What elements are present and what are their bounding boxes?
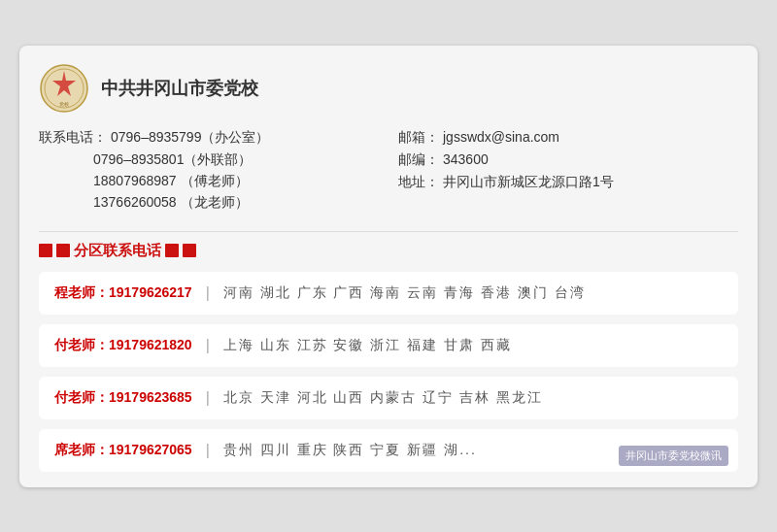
- logo-icon: 党校: [39, 63, 89, 114]
- section-title-text: 分区联系电话: [74, 242, 161, 260]
- address-value: 井冈山市新城区龙源口路1号: [443, 174, 614, 191]
- contact-label: 联系电话：: [39, 129, 107, 147]
- red-block-left2: [56, 244, 70, 257]
- divider-0: |: [206, 284, 210, 302]
- contact-person-2: 付老师：19179623685: [54, 389, 192, 407]
- phone-row-2: 0796–8935801（外联部）: [93, 151, 379, 169]
- info-left: 联系电话： 0796–8935799（办公室） 0796–8935801（外联部…: [39, 129, 379, 216]
- phone-row-1: 联系电话： 0796–8935799（办公室）: [39, 129, 379, 147]
- indented-phones: 0796–8935801（外联部） 18807968987 （傅老师） 1376…: [93, 151, 379, 212]
- divider-2: |: [206, 389, 210, 407]
- red-block-left: [39, 244, 52, 257]
- contact-card-1: 付老师：19179621820 | 上海 山东 江苏 安徽 浙江 福建 甘肃 西…: [39, 324, 738, 367]
- title-decoration-right: [165, 244, 196, 257]
- postcode-row: 邮编： 343600: [398, 151, 738, 169]
- contact-regions-3: 贵州 四川 重庆 陕西 宁夏 新疆 湖...: [223, 442, 477, 459]
- watermark: 井冈山市委党校微讯: [619, 446, 728, 466]
- contact-card-0: 程老师：19179626217 | 河南 湖北 广东 广西 海南 云南 青海 香…: [39, 272, 738, 315]
- divider-3: |: [206, 442, 210, 459]
- address-row: 地址： 井冈山市新城区龙源口路1号: [398, 174, 738, 191]
- phone-row-3: 18807968987 （傅老师）: [93, 173, 379, 190]
- contact-regions-0: 河南 湖北 广东 广西 海南 云南 青海 香港 澳门 台湾: [223, 284, 586, 302]
- red-block-right: [165, 244, 179, 257]
- divider: [39, 231, 738, 232]
- info-section: 联系电话： 0796–8935799（办公室） 0796–8935801（外联部…: [39, 129, 738, 216]
- org-name: 中共井冈山市委党校: [101, 77, 258, 100]
- email-row: 邮箱： jgsswdx@sina.com: [398, 129, 738, 147]
- postcode-value: 343600: [443, 151, 489, 169]
- contact-regions-1: 上海 山东 江苏 安徽 浙江 福建 甘肃 西藏: [223, 337, 512, 354]
- svg-text:党校: 党校: [59, 101, 69, 107]
- divider-1: |: [206, 337, 210, 354]
- contact-person-3: 席老师：19179627065: [54, 442, 192, 459]
- red-block-right2: [183, 244, 196, 257]
- contact-regions-2: 北京 天津 河北 山西 内蒙古 辽宁 吉林 黑龙江: [223, 389, 543, 407]
- contact-phone-0: 19179626217: [109, 284, 192, 300]
- phone-1: 0796–8935799（办公室）: [111, 129, 269, 147]
- contact-person-1: 付老师：19179621820: [54, 337, 192, 354]
- header: 党校 中共井冈山市委党校: [39, 63, 738, 114]
- info-right: 邮箱： jgsswdx@sina.com 邮编： 343600 地址： 井冈山市…: [398, 129, 738, 216]
- email-label: 邮箱：: [398, 129, 439, 147]
- contact-phone-3: 19179627065: [109, 442, 192, 457]
- postcode-label: 邮编：: [398, 151, 439, 169]
- contact-card-3: 席老师：19179627065 | 贵州 四川 重庆 陕西 宁夏 新疆 湖...…: [39, 429, 738, 472]
- phone-row-4: 13766260058 （龙老师）: [93, 194, 379, 212]
- section-title-row: 分区联系电话: [39, 242, 738, 260]
- email-value: jgsswdx@sina.com: [443, 129, 559, 147]
- contact-cards: 程老师：19179626217 | 河南 湖北 广东 广西 海南 云南 青海 香…: [39, 272, 738, 472]
- contact-person-0: 程老师：19179626217: [54, 284, 192, 302]
- contact-phone-1: 19179621820: [109, 337, 192, 352]
- contact-card-2: 付老师：19179623685 | 北京 天津 河北 山西 内蒙古 辽宁 吉林 …: [39, 377, 738, 419]
- address-label: 地址：: [398, 174, 439, 191]
- main-card: 党校 中共井冈山市委党校 联系电话： 0796–8935799（办公室） 079…: [19, 46, 758, 487]
- contact-phone-2: 19179623685: [109, 389, 192, 405]
- title-decoration-left: [39, 244, 70, 257]
